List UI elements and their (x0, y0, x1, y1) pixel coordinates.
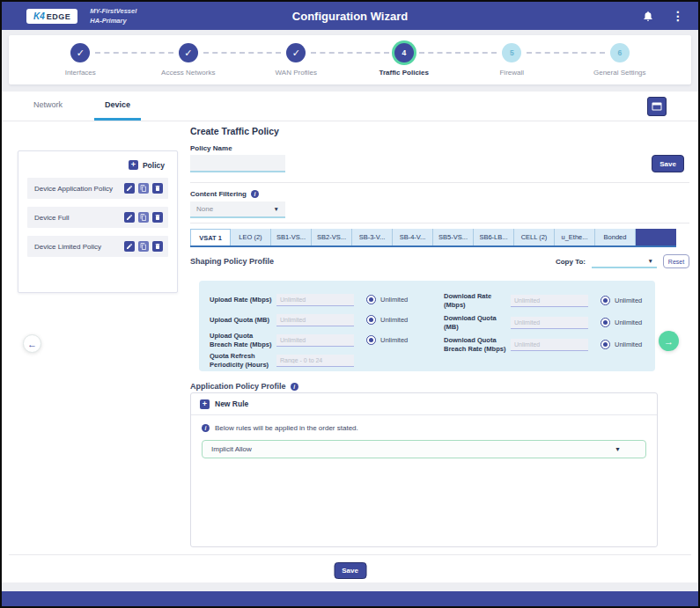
policy-name-input[interactable] (190, 155, 285, 172)
step-number: 4 (402, 48, 406, 57)
configuration-wizard-window: K4 EDGE MY-FirstVessel HA-Primary Config… (0, 0, 700, 608)
trash-icon (154, 185, 161, 192)
view-tab-label: Network (33, 100, 63, 109)
edit-policy-button[interactable] (124, 183, 135, 194)
shaping-field-row: Upload Quota Breach Rate (Mbps) Unlimite… (210, 331, 444, 349)
save-policy-button[interactable]: Save (652, 155, 684, 172)
stepper-step-circle[interactable]: ✓ 6 (610, 43, 630, 62)
stepper-step: ✓ 5 Firewall (458, 43, 566, 84)
arrow-left-icon: ← (27, 339, 37, 349)
stepper-step-circle[interactable]: ✓ (286, 43, 306, 62)
copy-policy-button[interactable] (138, 241, 149, 252)
shaping-field-input[interactable] (276, 314, 354, 326)
edit-policy-button[interactable] (124, 212, 135, 223)
stepper-step-circle[interactable]: ✓ (70, 43, 90, 62)
unlimited-radio[interactable] (601, 318, 610, 327)
shaping-field-row: Upload Rate (Mbps) Unlimited (210, 290, 444, 309)
save-button-bottom[interactable]: Save (334, 562, 366, 579)
delete-policy-button[interactable] (152, 212, 163, 223)
shaping-field-input[interactable] (511, 317, 588, 329)
wan-profile-tab[interactable]: u_Ethe... (555, 229, 595, 245)
unlimited-radio-group: Unlimited (366, 335, 408, 345)
wan-profile-tab[interactable]: Bonded (595, 229, 636, 245)
unlimited-radio[interactable] (601, 296, 610, 305)
shaping-field-input[interactable] (276, 355, 354, 367)
shaping-field-label: Download Rate (Mbps) (444, 292, 511, 310)
info-icon[interactable]: i (291, 383, 298, 391)
panel-view-button[interactable] (647, 97, 667, 116)
unlimited-radio[interactable] (366, 315, 376, 325)
stepper-step: ✓ 4 Traffic Policies (350, 43, 459, 84)
shaping-field-input[interactable] (276, 294, 354, 306)
check-icon: ✓ (77, 48, 85, 59)
wan-profile-tab[interactable]: SB1-VS... (271, 229, 312, 245)
wan-profile-tab[interactable]: SB-3-V... (352, 229, 393, 245)
copy-icon (140, 243, 147, 250)
add-policy-button[interactable]: + Policy (18, 151, 177, 178)
copy-to-group: Copy To: ▼ Reset (556, 254, 689, 268)
step-number: 6 (617, 48, 622, 57)
step-number: 5 (510, 48, 514, 57)
view-tab-label: Device (105, 100, 130, 109)
wan-profile-tab[interactable]: SB-4-V... (393, 229, 433, 245)
wan-profile-tab[interactable]: SB2-VS... (312, 229, 352, 245)
copy-policy-button[interactable] (138, 183, 149, 194)
unlimited-radio-label: Unlimited (380, 296, 408, 304)
stepper-step: ✓ Access Networks (135, 43, 243, 84)
notifications-bell-icon[interactable] (642, 10, 654, 22)
wan-profile-tab[interactable]: CELL (2) (514, 229, 555, 245)
step-label: Access Networks (161, 69, 215, 77)
wan-profile-tab[interactable]: SB5-VS... (433, 229, 474, 245)
copy-icon (140, 185, 147, 192)
policy-name-label: Policy Name (190, 144, 232, 152)
stepper-step-circle[interactable]: ✓ 5 (502, 43, 521, 62)
shaping-field-input[interactable] (511, 339, 588, 351)
vessel-info: MY-FirstVessel HA-Primary (90, 6, 136, 26)
shaping-field-label: Upload Quota Breach Rate (Mbps) (210, 332, 276, 349)
wan-profile-tab[interactable]: SB6-LB... (474, 229, 514, 245)
back-button[interactable]: ← (23, 334, 41, 353)
policy-actions (124, 183, 163, 194)
reset-button[interactable]: Reset (663, 254, 689, 268)
kebab-menu-icon[interactable]: ⋮ (672, 10, 684, 22)
divider (190, 182, 689, 183)
unlimited-radio-label: Unlimited (615, 297, 642, 304)
unlimited-radio[interactable] (366, 295, 376, 304)
copy-icon (140, 214, 147, 221)
edit-policy-button[interactable] (124, 241, 135, 252)
stepper-step-circle[interactable]: ✓ 4 (394, 43, 414, 62)
rules-info-row: i Below rules will be applied in the ord… (191, 415, 657, 439)
shaping-field-label: Upload Rate (Mbps) (210, 296, 276, 304)
unlimited-radio-group: Unlimited (601, 318, 642, 327)
rule-row[interactable]: Implicit Allow ▼ (202, 440, 646, 458)
plus-icon: + (200, 399, 210, 409)
step-label: Firewall (499, 69, 524, 77)
next-button[interactable]: → (659, 331, 679, 351)
trash-icon (154, 214, 161, 221)
info-icon[interactable]: i (251, 190, 259, 198)
download-fields-column: Download Rate (Mbps) Unlimited Download … (444, 290, 645, 371)
shaping-field-input[interactable] (511, 295, 588, 307)
app-header: K4 EDGE MY-FirstVessel HA-Primary Config… (2, 2, 698, 30)
wan-profile-tab[interactable]: VSAT 1 (190, 229, 231, 245)
content-filtering-select[interactable]: None ▼ (190, 201, 285, 218)
copy-to-select[interactable]: ▼ (592, 254, 657, 268)
delete-policy-button[interactable] (152, 241, 163, 252)
view-tab[interactable]: Device (94, 92, 141, 121)
policy-name: Device Limited Policy (34, 243, 124, 251)
delete-policy-button[interactable] (152, 183, 163, 194)
check-icon: ✓ (292, 48, 300, 59)
wan-profile-tab[interactable]: LEO (2) (231, 229, 271, 245)
shaping-field-input[interactable] (276, 334, 354, 347)
policy-list-item: Device Application Policy (27, 178, 168, 199)
view-tab[interactable]: Network (23, 92, 73, 121)
unlimited-radio[interactable] (366, 335, 376, 345)
chevron-down-icon: ▼ (615, 446, 621, 452)
brand-primary: K4 (33, 11, 45, 21)
new-rule-button[interactable]: + New Rule (191, 393, 657, 415)
copy-policy-button[interactable] (138, 212, 149, 223)
tab-scroll-button[interactable] (636, 229, 676, 245)
shaping-field-label: Upload Quota (MB) (210, 316, 276, 325)
unlimited-radio[interactable] (601, 340, 610, 349)
stepper-step-circle[interactable]: ✓ (179, 43, 198, 62)
